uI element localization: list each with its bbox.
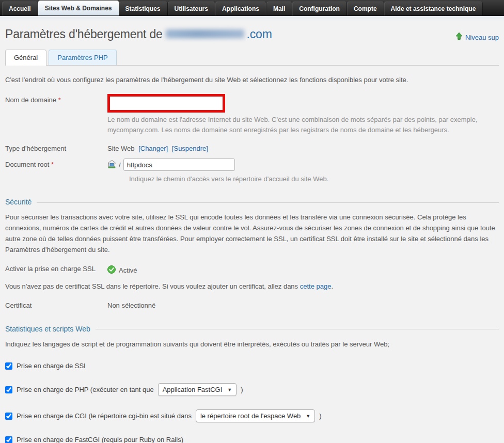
nav-tab-statistiques[interactable]: Statistiques <box>119 2 168 15</box>
chevron-down-icon: ▼ <box>227 387 232 392</box>
php-handler-selected-value: Application FastCGI <box>163 386 223 393</box>
chevron-down-icon: ▼ <box>306 414 310 419</box>
domain-suffix: .com <box>247 27 272 41</box>
required-asterisk: * <box>58 96 61 104</box>
cgi-bin-location-select[interactable]: le répertoire root de l'espace Web ▼ <box>196 409 315 422</box>
domain-name-label: Nom de domaine * <box>5 94 107 104</box>
nav-tab-applications[interactable]: Applications <box>215 2 266 15</box>
suspend-hosting-link[interactable]: [Suspendre] <box>172 145 208 152</box>
cette-page-link[interactable]: cette page <box>300 282 332 290</box>
section-divider <box>37 202 499 203</box>
php-checkbox[interactable] <box>5 386 12 393</box>
php-label: Prise en charge de PHP (exécuter en tant… <box>17 386 154 393</box>
document-root-hint: Indiquez le chemin d'accès vers le réper… <box>129 174 499 184</box>
webscripts-intro: Indiquez les langages de script et de pr… <box>5 339 499 350</box>
document-root-input[interactable] <box>123 159 235 171</box>
page-intro-text: C'est l'endroit où vous configurez les p… <box>5 76 499 84</box>
settings-tabbar: Général Paramètres PHP <box>5 49 499 66</box>
page-content: Paramètres d'hébergement de.com Niveau s… <box>0 27 504 443</box>
certificate-value: Non sélectionné <box>107 302 499 309</box>
highlight-box-domain-input <box>107 94 225 113</box>
security-section-heading: Sécurité <box>5 198 32 206</box>
close-paren: ) <box>241 386 243 393</box>
home-icon <box>107 160 116 170</box>
hosting-type-value: Site Web <box>107 145 135 152</box>
fastcgi-checkbox[interactable] <box>5 436 12 443</box>
cgi-bin-selected-value: le répertoire root de l'espace Web <box>200 412 301 420</box>
webscripts-section-heading: Statistiques et scripts Web <box>5 325 90 333</box>
close-paren: ) <box>319 412 321 420</box>
ssi-label: Prise en charge de SSI <box>17 362 86 370</box>
nav-shadow-strip <box>0 16 504 21</box>
ssl-support-label: Activer la prise en charge SSL <box>5 265 107 273</box>
nav-tab-aide[interactable]: Aide et assistance technique <box>384 2 483 15</box>
nav-tab-configuration[interactable]: Configuration <box>292 2 347 15</box>
domain-name-hint: Le nom du domaine est l'adresse Internet… <box>107 115 491 135</box>
tab-parametres-php[interactable]: Paramètres PHP <box>49 50 117 65</box>
nav-tab-sites-web-domaines[interactable]: Sites Web & Domaines <box>38 1 119 15</box>
redacted-domain-name <box>166 29 244 38</box>
path-slash: / <box>119 161 121 169</box>
nav-tab-compte[interactable]: Compte <box>347 2 384 15</box>
nav-tab-accueil[interactable]: Accueil <box>2 2 38 15</box>
tab-general[interactable]: Général <box>5 50 46 66</box>
php-handler-select[interactable]: Application FastCGI ▼ <box>158 383 237 396</box>
certificate-note: Vous n'avez pas de certificat SSL dans l… <box>5 282 499 290</box>
top-navigation: Accueil Sites Web & Domaines Statistique… <box>0 0 504 16</box>
document-root-label: Document root * <box>5 159 107 168</box>
certificate-label: Certificat <box>5 302 107 309</box>
nav-tab-utilisateurs[interactable]: Utilisateurs <box>168 2 215 15</box>
up-level-label: Niveau sup <box>465 34 499 41</box>
security-paragraph: Pour sécuriser les transactions avec vot… <box>5 212 499 255</box>
ssl-status-value: Activé <box>119 266 137 274</box>
domain-name-input[interactable] <box>111 97 222 109</box>
ssi-checkbox[interactable] <box>5 362 12 370</box>
cgi-label: Prise en charge de CGI (le répertoire cg… <box>17 412 192 420</box>
cgi-checkbox[interactable] <box>5 413 12 420</box>
page-title: Paramètres d'hébergement de.com <box>5 27 272 41</box>
hosting-type-label: Type d'hébergement <box>5 143 107 152</box>
up-arrow-icon <box>455 33 463 42</box>
required-asterisk: * <box>51 161 54 168</box>
page-title-prefix: Paramètres d'hébergement de <box>5 27 163 41</box>
up-level-link[interactable]: Niveau sup <box>455 33 499 42</box>
fastcgi-label: Prise en charge de FastCGI (requis pour … <box>17 436 183 443</box>
section-divider <box>96 329 499 329</box>
nav-tab-mail[interactable]: Mail <box>266 2 292 15</box>
change-hosting-link[interactable]: [Changer] <box>138 145 168 152</box>
enabled-check-icon <box>107 265 116 275</box>
